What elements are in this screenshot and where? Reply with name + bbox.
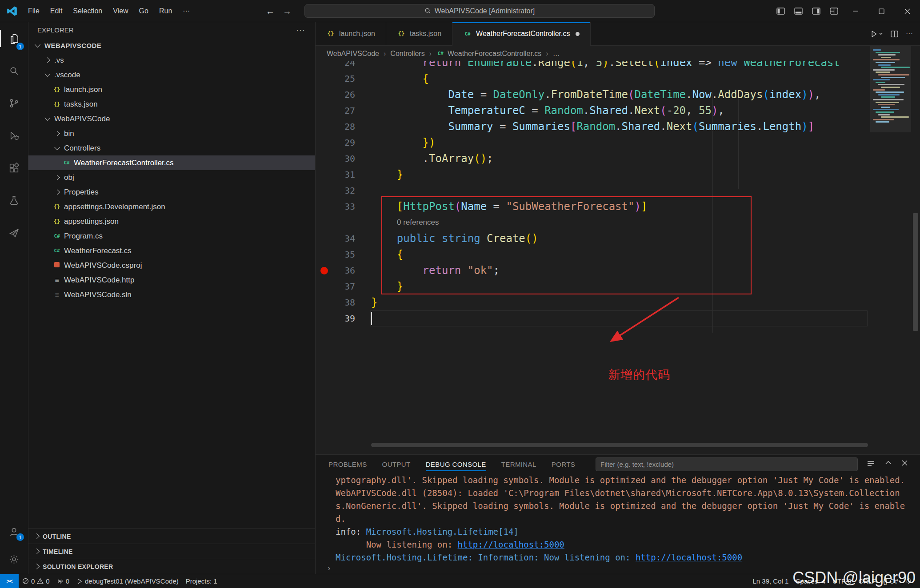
menu-run[interactable]: Run — [154, 5, 177, 17]
tree-item-controllers[interactable]: Controllers — [28, 141, 315, 155]
tree-item-vscode[interactable]: .vscode — [28, 68, 315, 82]
console-settings-icon[interactable] — [867, 460, 875, 467]
split-editor-icon[interactable] — [891, 30, 898, 38]
console-link[interactable]: http://localhost:5000 — [636, 552, 742, 562]
code-line-27[interactable]: 27 TemperatureC = Random.Shared.Next(-20… — [316, 103, 870, 119]
tree-item-webapivscode[interactable]: WebAPIVSCode — [28, 111, 315, 126]
line-number[interactable]: 26 — [316, 87, 371, 103]
tree-item-bin[interactable]: bin — [28, 126, 315, 141]
panel-tab-debug-console[interactable]: DEBUG CONSOLE — [426, 455, 486, 473]
activitybar-settings-icon[interactable] — [0, 545, 28, 573]
line-number[interactable]: 29 — [316, 135, 371, 151]
breakpoint-icon[interactable] — [320, 267, 328, 274]
panel-tab-output[interactable]: OUTPUT — [382, 455, 411, 473]
tree-item-webapivscode-csproj[interactable]: WebAPIVSCode.csproj — [28, 258, 315, 273]
code-line-29[interactable]: 29 }) — [316, 135, 870, 151]
editor-more-actions-icon[interactable]: ··· — [906, 30, 913, 38]
tree-item-tasks-json[interactable]: {}tasks.json — [28, 97, 315, 111]
minimize-button[interactable] — [843, 0, 868, 22]
tree-item-launch-json[interactable]: {}launch.json — [28, 82, 315, 97]
tree-item-program-cs[interactable]: C#Program.cs — [28, 229, 315, 243]
line-number[interactable]: 39 — [316, 310, 371, 326]
line-number[interactable]: 38 — [316, 294, 371, 310]
code-line-31[interactable]: 31 } — [316, 167, 870, 183]
panel-tab-problems[interactable]: PROBLEMS — [328, 455, 367, 473]
panel-tab-terminal[interactable]: TERMINAL — [501, 455, 536, 473]
tree-item-appsettings-development-json[interactable]: {}appsettings.Development.json — [28, 199, 315, 214]
menu-edit[interactable]: Edit — [45, 5, 68, 17]
breadcrumb-item-controllers[interactable]: Controllers — [390, 50, 424, 58]
sidebar-section-outline[interactable]: OUTLINE — [28, 528, 315, 544]
explorer-more-actions-icon[interactable]: ··· — [296, 25, 305, 35]
tree-item-obj[interactable]: obj — [28, 170, 315, 185]
line-number[interactable]: 30 — [316, 151, 371, 167]
tree-item-webapivscode-http[interactable]: ≡WebAPIVSCode.http — [28, 273, 315, 287]
tree-item-appsettings-json[interactable]: {}appsettings.json — [28, 214, 315, 229]
sidebar-section-timeline[interactable]: TIMELINE — [28, 544, 315, 559]
run-or-debug-button[interactable] — [870, 30, 883, 38]
menu-file[interactable]: File — [23, 5, 44, 17]
activitybar-extensions-icon[interactable] — [0, 152, 28, 184]
tree-item-weatherforecast-cs[interactable]: C#WeatherForecast.cs — [28, 243, 315, 258]
code-line-38[interactable]: 38} — [316, 294, 870, 310]
console-filter-input[interactable] — [596, 457, 858, 471]
horizontal-scrollbar[interactable] — [371, 443, 868, 447]
remote-indicator[interactable]: >< — [0, 574, 19, 588]
line-number[interactable]: 37 — [316, 278, 371, 294]
close-panel-icon[interactable] — [902, 460, 908, 467]
cursor-position[interactable]: Ln 39, Col 1 — [749, 577, 792, 585]
nav-forward-icon[interactable]: → — [283, 6, 292, 16]
tree-item-webapivscode[interactable]: WEBAPIVSCODE — [28, 38, 315, 53]
line-number[interactable]: 33 — [316, 199, 371, 215]
maximize-panel-icon[interactable] — [885, 460, 892, 467]
code-line-25[interactable]: 25 { — [316, 71, 870, 87]
vertical-scrollbar[interactable] — [913, 213, 918, 331]
activitybar-source-control-icon[interactable] — [0, 87, 28, 119]
line-number[interactable]: 27 — [316, 103, 371, 119]
line-number[interactable]: 28 — [316, 119, 371, 135]
line-number[interactable]: 34 — [316, 230, 371, 246]
modified-dot-icon[interactable] — [576, 32, 580, 36]
activitybar-azure-icon[interactable] — [0, 217, 28, 249]
projects-status[interactable]: Projects: 1 — [182, 574, 221, 588]
command-center[interactable]: WebAPIVSCode [Administrator] — [304, 4, 655, 18]
tree-item-properties[interactable]: Properties — [28, 185, 315, 199]
breadcrumb-item-webapivscode[interactable]: WebAPIVSCode — [327, 50, 379, 58]
maximize-button[interactable] — [868, 0, 894, 22]
breadcrumb-item-weatherforecastcontroller-cs[interactable]: C#WeatherForecastController.cs — [436, 50, 541, 58]
ports-status[interactable]: 0 — [53, 574, 73, 588]
activitybar-run-debug-icon[interactable] — [0, 119, 28, 152]
breadcrumb-item-more[interactable]: … — [553, 50, 560, 58]
console-link[interactable]: http://localhost:5000 — [458, 540, 564, 549]
line-number[interactable]: 25 — [316, 71, 371, 87]
code-line-28[interactable]: 28 Summary = Summaries[Random.Shared.Nex… — [316, 119, 870, 135]
customize-layout-icon[interactable] — [825, 0, 843, 22]
code-line-30[interactable]: 30 .ToArray(); — [316, 151, 870, 167]
menu-view[interactable]: View — [108, 5, 133, 17]
menu-go[interactable]: Go — [134, 5, 153, 17]
activitybar-accounts-icon[interactable]: 1 — [0, 518, 28, 545]
menu-selection[interactable]: Selection — [68, 5, 107, 17]
sidebar-section-solution-explorer[interactable]: SOLUTION EXPLORER — [28, 559, 315, 574]
activitybar-explorer-icon[interactable]: 1 — [0, 22, 28, 55]
tree-item-webapivscode-sln[interactable]: ≡WebAPIVSCode.sln — [28, 287, 315, 302]
code-line-26[interactable]: 26 Date = DateOnly.FromDateTime(DateTime… — [316, 87, 870, 103]
toggle-sidebar-icon[interactable] — [772, 0, 789, 22]
minimap[interactable] — [870, 46, 911, 454]
tree-item-vs[interactable]: .vs — [28, 53, 315, 68]
activitybar-testing-icon[interactable] — [0, 184, 28, 217]
toggle-panel-icon[interactable] — [789, 0, 807, 22]
problems-status[interactable]: 0 0 — [19, 574, 53, 588]
line-number[interactable]: 32 — [316, 183, 371, 199]
panel-tab-ports[interactable]: PORTS — [552, 455, 575, 473]
line-number[interactable]: 31 — [316, 167, 371, 183]
toggle-secondary-sidebar-icon[interactable] — [807, 0, 825, 22]
nav-back-icon[interactable]: ← — [266, 6, 275, 16]
console-prompt-icon[interactable]: › — [328, 563, 330, 573]
line-number[interactable]: 35 — [316, 246, 371, 262]
tree-item-weatherforecastcontroller-cs[interactable]: C#WeatherForecastController.cs — [28, 155, 315, 170]
activitybar-search-icon[interactable] — [0, 55, 28, 87]
menu-more[interactable]: ··· — [178, 5, 195, 17]
tab-weatherforecastcontroller-cs[interactable]: C#WeatherForecastController.cs — [452, 22, 591, 45]
debug-status[interactable]: debugTest01 (WebAPIVSCode) — [73, 574, 182, 588]
